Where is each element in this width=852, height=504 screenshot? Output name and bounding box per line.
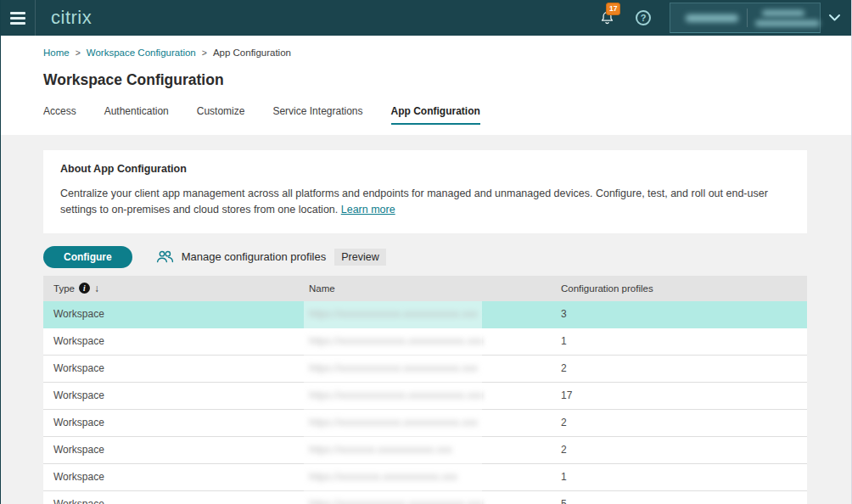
breadcrumb: HomeWorkspace ConfigurationApp Configura… — [43, 36, 809, 58]
cell-name-redacted: https://xxxxxxxxxxxxx.xxxxxxxxxxx.xxx — [299, 389, 551, 401]
page-title: Workspace Configuration — [43, 71, 809, 89]
topbar-right: 17 ? — [599, 0, 851, 36]
configuration-table: Type i ↓ Name Configuration profiles Wor… — [43, 276, 807, 504]
account-id-redacted — [755, 20, 820, 26]
account-details-redacted — [755, 10, 820, 26]
content-area: About App Configuration Centralize your … — [1, 135, 851, 504]
cell-type: Workspace — [43, 362, 299, 374]
tab[interactable]: Service Integrations — [272, 105, 362, 125]
tab[interactable]: Authentication — [104, 105, 169, 125]
cell-profile-count: 2 — [551, 362, 807, 374]
column-profiles: Configuration profiles — [551, 283, 807, 294]
app-window: citrix 17 ? — [0, 0, 852, 504]
help-button[interactable]: ? — [636, 10, 651, 25]
breadcrumb-item[interactable]: Home — [43, 48, 87, 58]
breadcrumb-item[interactable]: App Configuration — [213, 48, 291, 58]
cell-type: Workspace — [43, 471, 299, 483]
topbar: citrix 17 ? — [1, 0, 851, 36]
info-icon[interactable]: i — [79, 283, 90, 294]
cell-profile-count: 17 — [551, 389, 807, 401]
table-row[interactable]: Workspace https://xxxxxxxxxxxx.xxxxxxxxx… — [43, 301, 807, 328]
table-row[interactable]: Workspace https://xxxxxxxxxxxxx.xxxxxxxx… — [43, 383, 807, 410]
cell-profile-count: 2 — [551, 444, 807, 456]
table-header: Type i ↓ Name Configuration profiles — [43, 276, 807, 301]
cell-name-redacted: https://xxxxxxx.xxxxxxxxxxx.xxx — [299, 444, 551, 456]
menu-icon[interactable] — [1, 0, 36, 36]
table-row[interactable]: Workspace https://xxxxxxxxxxxxx.xxxxxxxx… — [43, 328, 807, 356]
actions-row: Configure Manage configuration profiles … — [43, 246, 807, 268]
notification-badge: 17 — [606, 3, 620, 15]
cell-profile-count: 1 — [551, 471, 807, 483]
question-icon: ? — [641, 13, 647, 23]
tab[interactable]: Access — [43, 105, 76, 125]
account-org-redacted — [686, 14, 738, 22]
column-name: Name — [299, 283, 551, 294]
page-head: HomeWorkspace ConfigurationApp Configura… — [1, 36, 851, 135]
citrix-logo: citrix — [51, 8, 92, 27]
cell-profile-count: 5 — [551, 498, 807, 504]
column-type: Type i ↓ — [43, 283, 299, 294]
table-row[interactable]: Workspace https://xxxxxxxx.xxxxxxxxxxx.x… — [43, 464, 807, 491]
account-divider — [747, 8, 748, 27]
cell-name-redacted: https://xxxxxxxxxxxx.xxxxxxxxxxx.xxx — [299, 362, 551, 374]
cell-type: Workspace — [43, 444, 299, 456]
configure-button[interactable]: Configure — [43, 246, 132, 268]
cell-name-redacted: https://xxxxxxxxxxxxx.xxxxxxxxxxx.xxx — [299, 335, 551, 347]
cell-type: Workspace — [43, 335, 299, 347]
account-menu[interactable] — [670, 3, 821, 33]
learn-more-link[interactable]: Learn more — [341, 204, 395, 216]
account-name-redacted — [762, 10, 804, 16]
cell-type: Workspace — [43, 389, 299, 401]
tab[interactable]: App Configuration — [391, 105, 480, 125]
cell-type: Workspace — [43, 498, 299, 504]
notifications-button[interactable]: 17 — [599, 9, 615, 26]
cell-type: Workspace — [43, 308, 299, 320]
people-icon — [156, 250, 174, 263]
chevron-down-icon[interactable] — [828, 14, 841, 22]
manage-profiles-label[interactable]: Manage configuration profiles — [182, 250, 327, 263]
table-row[interactable]: Workspace https://xxxxxxxxxxxxx.xxxxxxxx… — [43, 491, 807, 504]
about-body: Centralize your client app management ac… — [60, 186, 790, 218]
cell-name-redacted: https://xxxxxxxxxxxxx.xxxxxxxxxxx.xxx — [299, 498, 551, 504]
table-row[interactable]: Workspace https://xxxxxxxxxxxx.xxxxxxxxx… — [43, 356, 807, 383]
tab[interactable]: Customize — [197, 105, 245, 125]
table-row[interactable]: Workspace https://xxxxxxxxxxxx.xxxxxxxxx… — [43, 410, 807, 437]
cell-profile-count: 2 — [551, 417, 807, 428]
sort-descending-icon[interactable]: ↓ — [94, 283, 99, 294]
about-card: About App Configuration Centralize your … — [43, 150, 807, 233]
tab-bar: AccessAuthenticationCustomizeService Int… — [43, 105, 809, 125]
breadcrumb-item[interactable]: Workspace Configuration — [87, 48, 213, 58]
cell-type: Workspace — [43, 417, 299, 428]
cell-profile-count: 1 — [551, 335, 807, 347]
preview-button[interactable]: Preview — [334, 249, 385, 266]
cell-name-redacted: https://xxxxxxxx.xxxxxxxxxxx.xxx — [299, 471, 551, 483]
about-heading: About App Configuration — [60, 163, 790, 175]
cell-name-redacted: https://xxxxxxxxxxxx.xxxxxxxxxxx.xxx — [299, 308, 551, 320]
cell-name-redacted: https://xxxxxxxxxxxx.xxxxxxxxxxx.xxx — [299, 417, 551, 428]
cell-profile-count: 3 — [551, 308, 807, 320]
table-row[interactable]: Workspace https://xxxxxxx.xxxxxxxxxxx.xx… — [43, 437, 807, 464]
